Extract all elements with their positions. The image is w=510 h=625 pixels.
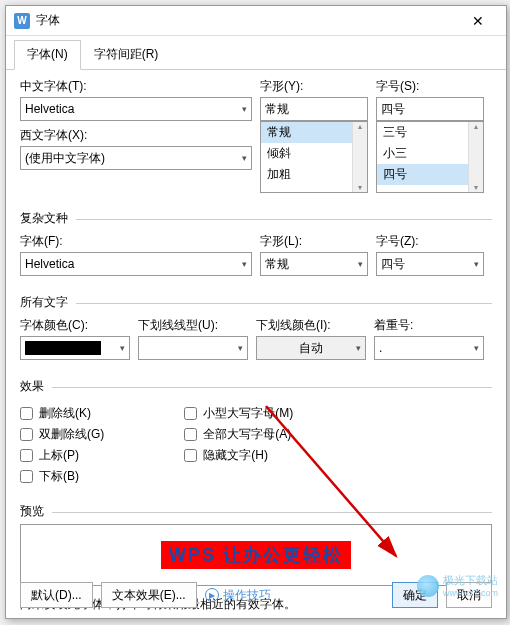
strikethrough-checkbox[interactable]: 删除线(K) [20,405,104,422]
tips-link[interactable]: ▶ 操作技巧 [205,587,271,604]
chevron-down-icon: ▾ [356,343,361,353]
complex-style-select[interactable]: 常规▾ [260,252,368,276]
complex-size-select[interactable]: 四号▾ [376,252,484,276]
chevron-down-icon: ▾ [238,343,243,353]
window-title: 字体 [36,12,458,29]
emphasis-label: 着重号: [374,317,484,334]
font-color-select[interactable]: ▾ [20,336,130,360]
preview-box: WPS 让办公更轻松 [20,524,492,586]
subscript-checkbox[interactable]: 下标(B) [20,468,104,485]
tab-spacing[interactable]: 字符间距(R) [81,40,172,69]
underline-style-label: 下划线线型(U): [138,317,248,334]
color-swatch [25,341,101,355]
size-list[interactable]: 三号 小三 四号 ▴▾ [376,121,484,193]
chevron-down-icon: ▾ [120,343,125,353]
dialog-content: 中文字体(T): Helvetica▾ 字形(Y): 常规 常规 倾斜 加粗 ▴… [6,70,506,621]
chevron-down-icon: ▾ [242,104,247,114]
emphasis-select[interactable]: .▾ [374,336,484,360]
chevron-down-icon: ▾ [474,343,479,353]
preview-legend: 预览 [20,503,492,520]
text-effect-button[interactable]: 文本效果(E)... [101,582,197,608]
size-label: 字号(S): [376,78,484,95]
dialog-footer: 默认(D)... 文本效果(E)... ▶ 操作技巧 确定 取消 [20,582,492,608]
scrollbar[interactable]: ▴▾ [468,122,483,192]
underline-style-select[interactable]: ▾ [138,336,248,360]
underline-color-select[interactable]: 自动▾ [256,336,366,360]
font-color-label: 字体颜色(C): [20,317,130,334]
chinese-font-select[interactable]: Helvetica▾ [20,97,252,121]
titlebar: W 字体 ✕ [6,6,506,36]
complex-legend: 复杂文种 [20,210,492,227]
hidden-checkbox[interactable]: 隐藏文字(H) [184,447,293,464]
close-button[interactable]: ✕ [458,7,498,35]
all-text-group: 所有文字 字体颜色(C): ▾ 下划线线型(U): ▾ [20,294,492,370]
double-strike-checkbox[interactable]: 双删除线(G) [20,426,104,443]
all-caps-checkbox[interactable]: 全部大写字母(A) [184,426,293,443]
chevron-down-icon: ▾ [242,153,247,163]
tab-font[interactable]: 字体(N) [14,40,81,70]
chevron-down-icon: ▾ [358,259,363,269]
style-input[interactable]: 常规 [260,97,368,121]
underline-color-label: 下划线颜色(I): [256,317,366,334]
chinese-font-label: 中文字体(T): [20,78,252,95]
ok-button[interactable]: 确定 [392,582,438,608]
complex-size-label: 字号(Z): [376,233,484,250]
western-font-label: 西文字体(X): [20,127,252,144]
cancel-button[interactable]: 取消 [446,582,492,608]
superscript-checkbox[interactable]: 上标(P) [20,447,104,464]
font-dialog: W 字体 ✕ 字体(N) 字符间距(R) 中文字体(T): Helvetica▾… [5,5,507,619]
style-list[interactable]: 常规 倾斜 加粗 ▴▾ [260,121,368,193]
complex-scripts-group: 复杂文种 字体(F): Helvetica▾ 字形(L): 常规▾ [20,210,492,286]
complex-font-select[interactable]: Helvetica▾ [20,252,252,276]
style-label: 字形(Y): [260,78,368,95]
effects-legend: 效果 [20,378,492,395]
chevron-down-icon: ▾ [242,259,247,269]
size-input[interactable]: 四号 [376,97,484,121]
play-icon: ▶ [205,588,219,602]
scrollbar[interactable]: ▴▾ [352,122,367,192]
default-button[interactable]: 默认(D)... [20,582,93,608]
complex-font-label: 字体(F): [20,233,252,250]
tab-bar: 字体(N) 字符间距(R) [6,36,506,70]
small-caps-checkbox[interactable]: 小型大写字母(M) [184,405,293,422]
all-text-legend: 所有文字 [20,294,492,311]
preview-text: WPS 让办公更轻松 [161,541,351,569]
app-icon: W [14,13,30,29]
effects-group: 效果 删除线(K) 双删除线(G) 上标(P) 下标(B) 小型大写字母(M) … [20,378,492,495]
western-font-select[interactable]: (使用中文字体)▾ [20,146,252,170]
complex-style-label: 字形(L): [260,233,368,250]
chevron-down-icon: ▾ [474,259,479,269]
